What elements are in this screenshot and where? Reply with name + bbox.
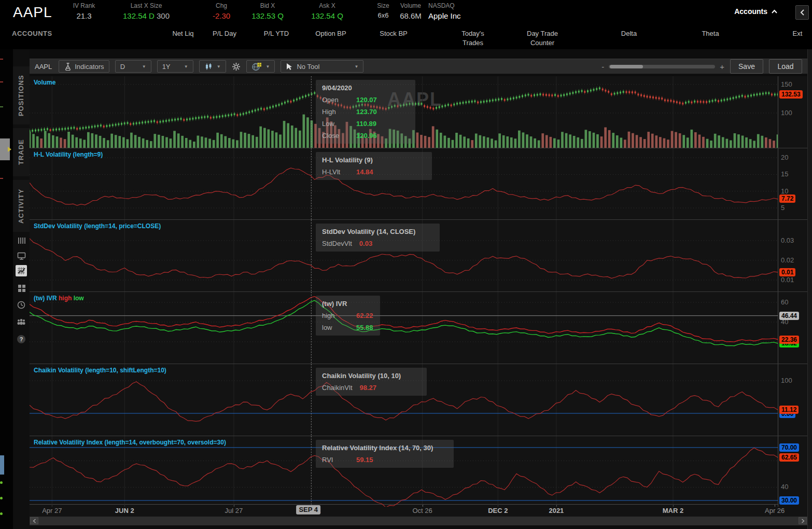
indicator-label-chaikin-volatility[interactable]: Chaikin Volatility (length=10, shiftLeng… (34, 367, 166, 374)
price-axis-chaikin-volatility[interactable]: 1000.0011.12 (778, 364, 807, 436)
chevron-down-icon: ▼ (184, 64, 188, 69)
accounts-menu-button[interactable]: Accounts (734, 7, 778, 16)
indicator-label-rvi[interactable]: Relative Volatility Index (length=14, ov… (34, 439, 226, 446)
change-cell: Chg -2.30 (213, 2, 230, 20)
axis-value-badge: 30.00 (779, 496, 799, 505)
svg-text:?: ? (20, 336, 23, 342)
chevron-down-icon: ▼ (266, 64, 270, 69)
price-axis-hl-volatility[interactable]: 20151057.72 (778, 148, 807, 219)
range-dropdown[interactable]: 1Y▼ (157, 60, 193, 73)
chevron-left-icon (800, 9, 805, 16)
panel-rvi[interactable]: Relative Volatility Index (length=14, ov… (30, 436, 807, 507)
axis-value-badge: 62.65 (779, 453, 799, 462)
crosshair-tooltip-ivr: (tw) IVRhigh62.22low55.88 (316, 296, 380, 336)
indicator-label-hl-volatility[interactable]: H-L Volatility (length=9) (34, 151, 103, 158)
watchlist-icon[interactable] (16, 235, 27, 246)
crosshair-tooltip-stddev-volatility: StdDev Volatility (14, CLOSE)StdDevVlt0.… (316, 224, 440, 252)
scroll-right-button[interactable] (799, 517, 807, 524)
chart-module: AAPL Indicators D▼ 1Y▼ ▼ ▼ (30, 49, 812, 529)
cursor-icon (286, 63, 292, 71)
last-price-cell: Last X Size 132.54 D 300 (123, 2, 170, 20)
period-dropdown[interactable]: D▼ (115, 60, 151, 73)
grid-layout-icon[interactable] (16, 282, 27, 294)
price-axis-ivr[interactable]: 604046.4418.5222.36 (778, 292, 807, 364)
flask-icon (64, 62, 72, 71)
axis-tick: 100 (781, 377, 792, 384)
zoom-out-button[interactable]: - (601, 62, 604, 71)
drawing-tool-dropdown[interactable]: No Tool ▼ (281, 60, 363, 73)
column-day-trade-counter: Day Trade Counter (521, 29, 564, 47)
column-ext: Ext (793, 29, 803, 38)
axis-value-badge: 11.12 (779, 406, 799, 414)
price-axis-stddev-volatility[interactable]: 0.030.020.010.01 (778, 220, 807, 291)
axis-value-badge: 0.01 (779, 268, 795, 276)
time-label: Apr 26 (765, 507, 785, 514)
column-stock-bp: Stock BP (380, 29, 407, 38)
panel-stddev-volatility[interactable]: StdDev Volatility (length=14, price=CLOS… (30, 220, 807, 292)
column-delta: Delta (621, 29, 637, 38)
crosshair-tooltip-hl-volatility: H-L Volatility (9)H-LVlt14.84 (316, 152, 432, 180)
crosshair-date-badge: SEP 4 (296, 505, 320, 514)
help-icon[interactable]: ? (16, 333, 27, 345)
chart-settings-button[interactable] (232, 62, 241, 71)
candlestick-icon (204, 63, 213, 71)
column-pl-ytd: P/L YTD (264, 29, 289, 38)
monitor-icon[interactable] (16, 250, 27, 261)
symbol-title: AAPL (13, 4, 52, 21)
tab-trade[interactable]: TRADE (13, 128, 30, 176)
time-label: Jul 27 (225, 507, 243, 514)
load-button[interactable]: Load (769, 59, 802, 74)
axis-tick: 0.01 (781, 276, 794, 284)
grid-layout-dropdown[interactable]: ▼ (246, 60, 275, 73)
chart-toolbar: AAPL Indicators D▼ 1Y▼ ▼ ▼ (30, 59, 807, 74)
accounts-section-label: ACCOUNTS (12, 29, 52, 38)
axis-tick: 20 (781, 154, 788, 161)
indicator-label-volume[interactable]: Volume (34, 79, 55, 86)
panel-hl-volatility[interactable]: H-L Volatility (length=9)H-L Volatility … (30, 148, 807, 220)
panels: AAPLVolume9/04/2020Open120.07High123.70L… (30, 76, 807, 507)
chevron-down-icon: ▼ (142, 64, 146, 69)
community-people-icon[interactable] (16, 316, 27, 328)
crosshair-tooltip-volume: 9/04/2020Open120.07High123.70Low110.89Cl… (316, 80, 415, 144)
background-window-sliver (0, 49, 13, 529)
axis-value-badge: 22.36 (779, 336, 799, 344)
indicators-button[interactable]: Indicators (59, 60, 109, 73)
background-arrow (8, 147, 11, 152)
price-axis-rvi[interactable]: 4070.0062.6530.00 (778, 436, 807, 507)
tab-positions[interactable]: POSITIONS (13, 66, 30, 124)
scroll-left-button[interactable] (30, 517, 38, 524)
arrow-left-icon (33, 519, 36, 523)
zoom-slider[interactable] (609, 65, 715, 68)
chevron-down-icon: ▼ (217, 64, 221, 69)
zoom-controls: - + (601, 62, 724, 71)
volume-cell: Volume 68.6M (400, 2, 422, 20)
axis-value-badge: 46.44 (779, 312, 799, 320)
panel-ivr[interactable]: (tw) IVR high low(tw) IVRhigh62.22low55.… (30, 292, 807, 364)
indicator-label-ivr[interactable]: (tw) IVR high low (34, 295, 84, 302)
tab-activity[interactable]: ACTIVITY (13, 180, 30, 232)
price-axis-volume[interactable]: 150100132.53 (778, 76, 807, 148)
column-option-bp: Option BP (315, 29, 346, 38)
save-button[interactable]: Save (730, 59, 763, 74)
indicator-label-stddev-volatility[interactable]: StdDev Volatility (length=14, price=CLOS… (34, 222, 161, 230)
main-area: POSITIONS TRADE ACTIVITY ? AAPL (0, 49, 812, 529)
axis-tick: 100 (781, 109, 792, 117)
collapse-panel-button[interactable] (795, 5, 809, 20)
zoom-in-button[interactable]: + (720, 62, 724, 71)
chevron-up-icon (771, 9, 778, 14)
axis-tick: 0.02 (781, 256, 794, 264)
background-blue-block (0, 455, 4, 475)
charts-icon[interactable] (16, 265, 27, 276)
size-cell: Size 6x6 (377, 2, 389, 19)
ask-cell: Ask X 132.54 Q (311, 2, 343, 20)
axis-tick: 60 (781, 298, 788, 306)
chart-type-dropdown[interactable]: ▼ (199, 60, 226, 73)
history-clock-icon[interactable] (16, 299, 27, 311)
horizontal-scrollbar[interactable] (30, 516, 807, 525)
vertical-scrollbar-strip[interactable] (807, 49, 812, 529)
zoom-slider-handle[interactable] (610, 65, 643, 68)
panel-chaikin-volatility[interactable]: Chaikin Volatility (length=10, shiftLeng… (30, 364, 807, 436)
panel-volume[interactable]: AAPLVolume9/04/2020Open120.07High123.70L… (30, 76, 807, 148)
column-theta: Theta (702, 29, 719, 38)
axis-tick: 150 (781, 80, 792, 88)
